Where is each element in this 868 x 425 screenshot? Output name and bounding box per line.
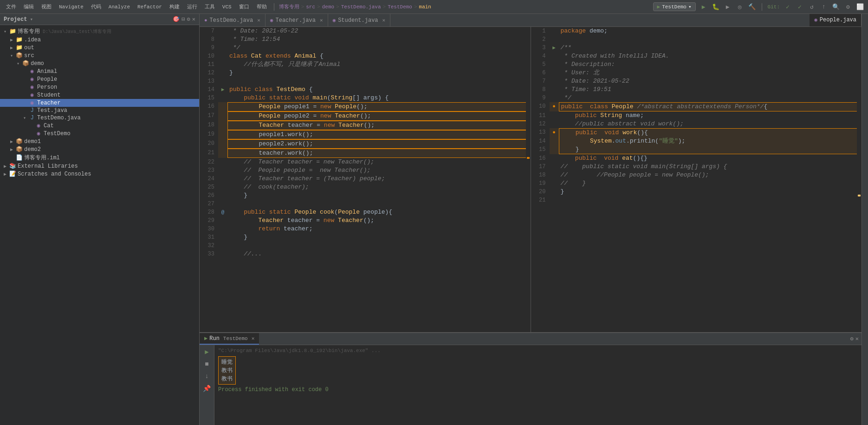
tab-teacher-close[interactable]: ✕ [320, 17, 323, 23]
run-tab-close[interactable]: ✕ [252, 335, 255, 341]
tree-item-animal[interactable]: ◉ Animal [0, 67, 199, 75]
tree-item-cat[interactable]: ◉ Cat [0, 122, 199, 130]
breadcrumb-class[interactable]: TestDemo [388, 4, 412, 10]
bottom-tab-run[interactable]: ▶ Run TestDemo ✕ [200, 333, 259, 345]
tree-item-iml[interactable]: 📄 博客专用.iml [0, 153, 199, 162]
sidebar-locate-icon[interactable]: 🎯 [173, 16, 180, 23]
menu-window[interactable]: 窗口 [237, 2, 252, 11]
menu-edit[interactable]: 编辑 [21, 2, 36, 11]
rcode-line-4: 4 * Created with IntelliJ IDEA. [531, 52, 862, 60]
menu-build[interactable]: 构建 [167, 2, 182, 11]
menu-tools[interactable]: 工具 [202, 2, 217, 11]
bottom-content: ▶ ■ ↓ 📌 "C:\Program Files\Java\jdk1.8.0_… [200, 345, 862, 425]
tree-item-demo1[interactable]: ▶ 📦 demo1 [0, 137, 199, 145]
bottom-left-icons: ▶ ■ ↓ 📌 [200, 345, 214, 425]
rcode-line-17: 17 // public static void main(String[] a… [531, 163, 862, 171]
run-scroll-icon[interactable]: ↓ [204, 372, 209, 381]
run-button[interactable]: ▶ [700, 3, 708, 11]
tree-item-testdemo[interactable]: ◉ TestDemo [0, 130, 199, 137]
settings-icon[interactable]: ⚙ [844, 3, 852, 11]
menu-run[interactable]: 运行 [185, 2, 200, 11]
scroll-gutter-right [857, 27, 862, 332]
breadcrumb-src[interactable]: src [306, 4, 315, 10]
tab-testdemo-java[interactable]: ● TestDemo.java ✕ [200, 14, 266, 26]
console-cmd-line: "C:\Program Files\Java\jdk1.8.0_192\bin\… [218, 347, 858, 354]
code-line-9: 9 */ [200, 44, 531, 52]
code-line-29: 29 Teacher teacher = new Teacher(); [200, 216, 531, 225]
tree-item-demo2[interactable]: ▶ 📦 demo2 [0, 145, 199, 153]
code-editor-right[interactable]: 1 package demo; 2 3 ▶ /** [531, 27, 862, 332]
rcode-line-13: 13 ● public void work(){ [531, 128, 862, 137]
tree-item-root[interactable]: ▾ 📁 博客专用 D:\Java\Java_test\博客专用 [0, 27, 199, 36]
separator-2 [762, 3, 762, 11]
sidebar-close-icon[interactable]: ✕ [192, 16, 195, 23]
git-history-icon[interactable]: ↺ [808, 3, 816, 11]
tab-testdemo-close[interactable]: ✕ [257, 17, 260, 23]
breadcrumb-root[interactable]: 博客专用 [279, 3, 299, 10]
run-pin-icon[interactable]: 📌 [202, 384, 212, 393]
rcode-line-15: 15 } [531, 145, 862, 154]
editor-left: 7 * Date: 2021-05-22 8 * Time: 12:54 9 [200, 27, 531, 332]
tree-item-person[interactable]: ◉ Person [0, 83, 199, 91]
profile-button[interactable]: ◎ [736, 3, 744, 11]
menu-help[interactable]: 帮助 [254, 2, 269, 11]
sidebar-collapse-icon[interactable]: ⊟ [181, 16, 185, 23]
menu-file[interactable]: 文件 [4, 2, 19, 11]
menu-code[interactable]: 代码 [89, 2, 104, 11]
code-line-8: 8 * Time: 12:54 [200, 35, 531, 44]
search-everywhere-icon[interactable]: 🔍 [832, 3, 840, 11]
menu-analyze[interactable]: Analyze [106, 3, 132, 11]
tab-student-close[interactable]: ✕ [382, 17, 386, 23]
menu-refactor[interactable]: Refactor [135, 3, 164, 11]
run-name-label: TestDemo [223, 336, 248, 341]
menu-navigate[interactable]: Navigate [57, 3, 86, 11]
breadcrumb-demo[interactable]: demo [322, 4, 334, 10]
tree-label-animal: Animal [37, 68, 57, 75]
debug-button[interactable]: 🐛 [712, 3, 720, 11]
tree-item-testdemo-java[interactable]: ▾ J TestDemo.java [0, 114, 199, 122]
code-line-22: 22 // Teacher teacher = new Teacher(); [200, 158, 531, 166]
git-push-icon[interactable]: ↑ [820, 3, 828, 11]
run-restart-icon[interactable]: ▶ [204, 347, 209, 357]
code-line-13: 13 [200, 77, 531, 85]
breadcrumb-method[interactable]: main [419, 4, 431, 10]
bottom-close-icon[interactable]: ✕ [855, 335, 859, 342]
build-button[interactable]: 🔨 [748, 3, 756, 11]
tab-student-java[interactable]: ◉ Student.java ✕ [328, 14, 391, 26]
bottom-gear-icon[interactable]: ⚙ [850, 335, 854, 342]
tree-item-src[interactable]: ▾ 📦 src [0, 52, 199, 59]
coverage-button[interactable]: ▶ [724, 3, 732, 11]
code-editor-left[interactable]: 7 * Date: 2021-05-22 8 * Time: 12:54 9 [200, 27, 531, 332]
run-config-dropdown-icon[interactable]: ▾ [688, 4, 692, 10]
tree-item-ext-libs[interactable]: ▶ 📚 External Libraries [0, 162, 199, 170]
tree-item-people[interactable]: ◉ People [0, 75, 199, 83]
tree-item-scratches[interactable]: ▶ 📝 Scratches and Consoles [0, 170, 199, 178]
tab-teacher-icon: ◉ [270, 17, 273, 23]
tab-teacher-java[interactable]: ◉ Teacher.java ✕ [266, 14, 328, 26]
code-line-27: 27 [200, 200, 531, 208]
separator-1 [274, 3, 274, 11]
run-config-selector[interactable]: ▶ TestDemo ▾ [653, 2, 696, 11]
bottom-tab-bar: ▶ Run TestDemo ✕ ⚙ ✕ [200, 333, 862, 345]
menu-view[interactable]: 视图 [39, 2, 54, 11]
sidebar-gear-icon[interactable]: ⚙ [187, 16, 190, 23]
tree-item-test[interactable]: J Test.java [0, 107, 199, 114]
tree-item-teacher[interactable]: ◉ Teacher [0, 99, 199, 107]
maximize-icon[interactable]: ⬜ [856, 3, 864, 11]
tree-item-idea[interactable]: ▶ 📁 .idea [0, 36, 199, 44]
tree-label-person: Person [37, 84, 57, 91]
rcode-line-10: 10 ● public class People /*abstract abst… [531, 102, 862, 111]
code-line-24: 24 // Teacher teacher = (Teacher) people… [200, 175, 531, 183]
code-line-26: 26 } [200, 191, 531, 200]
tree-item-out[interactable]: ▶ 📁 out [0, 44, 199, 52]
tree-item-student[interactable]: ◉ Student [0, 91, 199, 99]
tab-people-java[interactable]: ◉ People.java [810, 14, 862, 26]
run-stop-icon[interactable]: ■ [204, 360, 209, 369]
tree-item-demo[interactable]: ▾ 📦 demo [0, 59, 199, 67]
git-check-icon: ✓ [784, 3, 792, 11]
tree-label-root: 博客专用 [18, 27, 40, 35]
tree-label-ext-libs: External Libraries [18, 163, 78, 170]
tab-testdemo-label: TestDemo.java [210, 17, 253, 24]
breadcrumb-file[interactable]: TestDemo.java [341, 4, 381, 10]
menu-vcs[interactable]: VCS [220, 3, 234, 11]
